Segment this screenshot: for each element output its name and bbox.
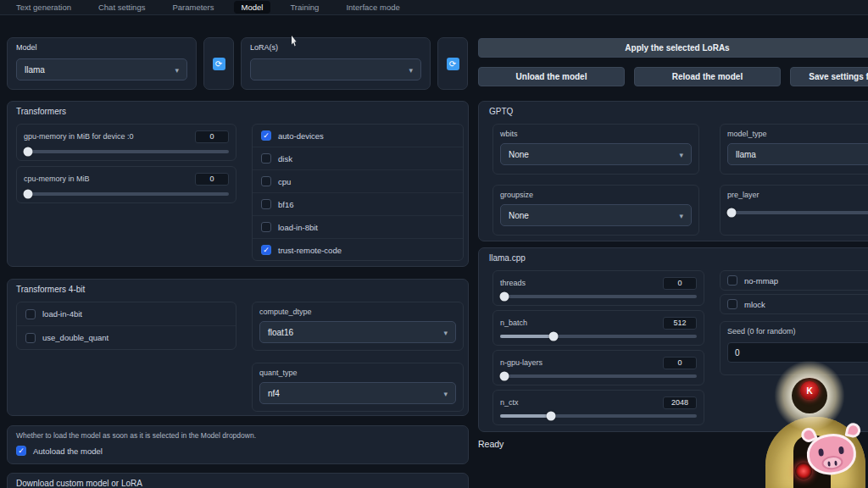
checkbox-row-auto-devices[interactable]: auto-devices [253, 125, 463, 147]
model-refresh-panel: ⟳ [203, 37, 234, 90]
trust-remote-code-checkbox[interactable] [261, 245, 271, 255]
tab-training[interactable]: Training [282, 1, 326, 14]
checkbox-row-load-in-8bit[interactable]: load-in-8bit [253, 216, 463, 239]
use-double-quant-checkbox[interactable] [25, 333, 36, 343]
lora-dropdown[interactable] [250, 58, 421, 80]
checkbox-row-bf16[interactable]: bf16 [253, 193, 463, 216]
chevron-down-icon [409, 65, 413, 75]
n-ctx-value[interactable]: 2048 [663, 396, 697, 409]
cpu-checkbox[interactable] [261, 176, 271, 186]
cpu-memory-label: cpu-memory in MiB [24, 175, 90, 183]
wbits-label: wbits [500, 130, 692, 138]
seed-input[interactable]: 0 [727, 342, 868, 363]
groupsize-dropdown[interactable]: None [500, 204, 692, 226]
transformers-title: Transformers [16, 107, 66, 116]
model-label: Model [16, 43, 37, 52]
download-title: Download custom model or LoRA [16, 479, 142, 488]
tab-parameters[interactable]: Parameters [164, 1, 221, 14]
compute-dtype-dropdown[interactable]: float16 [259, 321, 456, 343]
slider-thumb[interactable] [499, 292, 509, 302]
checkbox-row-load-in-4bit[interactable]: load-in-4bit [17, 302, 236, 326]
auto-devices-checkbox[interactable] [261, 130, 271, 141]
gptq-panel: GPTQ wbits None model_type llama groupsi… [478, 101, 868, 241]
no-mmap-checkbox[interactable] [727, 275, 737, 286]
transformers-4bit-flags-box: load-in-4bit use_double_quant [16, 302, 236, 350]
cpu-memory-slider[interactable] [24, 192, 229, 196]
slider-thumb[interactable] [547, 412, 556, 421]
checkbox-row-trust-remote-code[interactable]: trust-remote-code [253, 239, 463, 261]
refresh-model-icon[interactable]: ⟳ [213, 58, 225, 70]
bf16-checkbox[interactable] [261, 199, 271, 209]
gpu-memory-label: gpu-memory in MiB for device :0 [24, 132, 134, 141]
n-ctx-slider[interactable] [500, 414, 697, 418]
tab-bar: Text generation Chat settings Parameters… [0, 0, 868, 15]
slider-thumb[interactable] [23, 147, 32, 157]
gpu-memory-value[interactable]: 0 [195, 130, 229, 143]
n-gpu-layers-slider[interactable] [500, 374, 697, 378]
autoload-label: Autoload the model [33, 446, 103, 456]
refresh-lora-icon[interactable]: ⟳ [447, 58, 459, 70]
compute-dtype-label: compute_dtype [259, 308, 456, 316]
slider-thumb[interactable] [726, 208, 736, 218]
chevron-down-icon [679, 150, 683, 159]
chevron-down-icon [443, 328, 448, 337]
download-panel: Download custom model or LoRA [7, 473, 469, 488]
slider-thumb[interactable] [548, 332, 558, 341]
tab-interface-mode[interactable]: Interface mode [338, 1, 407, 14]
checkbox-row-disk[interactable]: disk [253, 147, 463, 170]
wbits-group: wbits None [492, 124, 699, 175]
tab-text-generation[interactable]: Text generation [8, 1, 79, 14]
slider-thumb[interactable] [499, 372, 509, 381]
autoload-panel: Whether to load the model as soon as it … [7, 425, 469, 464]
lora-label: LoRA(s) [250, 43, 278, 52]
threads-slider[interactable] [500, 295, 697, 298]
tab-model[interactable]: Model [234, 1, 271, 14]
save-settings-button[interactable]: Save settings for this model [790, 67, 868, 86]
gpu-memory-slider[interactable] [24, 150, 229, 153]
threads-value[interactable]: 0 [663, 277, 697, 290]
pre-layer-group: pre_layer [720, 185, 868, 236]
model-type-value: llama [736, 150, 756, 159]
disk-checkbox[interactable] [261, 153, 271, 164]
apply-loras-button[interactable]: Apply the selected LoRAs [478, 38, 868, 58]
mlock-checkbox[interactable] [727, 299, 737, 309]
gpu-memory-group: gpu-memory in MiB for device :0 0 [16, 124, 236, 161]
groupsize-label: groupsize [500, 191, 692, 199]
wbits-dropdown[interactable]: None [500, 143, 692, 165]
quant-type-dropdown[interactable]: nf4 [259, 382, 456, 404]
model-type-dropdown[interactable]: llama [727, 143, 868, 165]
checkbox-row-use-double-quant[interactable]: use_double_quant [17, 326, 236, 349]
n-batch-value[interactable]: 512 [663, 317, 697, 330]
auto-devices-label: auto-devices [278, 131, 324, 141]
threads-label: threads [500, 279, 526, 287]
reload-model-button[interactable]: Reload the model [634, 67, 781, 86]
n-batch-group: n_batch 512 [492, 310, 704, 346]
use-double-quant-label: use_double_quant [42, 333, 108, 342]
checkbox-row-no-mmap[interactable]: no-mmap [720, 270, 868, 291]
transformers-panel: Transformers gpu-memory in MiB for devic… [7, 101, 469, 267]
unload-model-button[interactable]: Unload the model [478, 67, 625, 86]
n-ctx-label: n_ctx [500, 398, 519, 407]
compute-dtype-group: compute_dtype float16 [252, 302, 464, 351]
cpu-memory-value[interactable]: 0 [195, 173, 229, 186]
n-batch-slider[interactable] [500, 335, 697, 338]
no-mmap-label: no-mmap [744, 276, 778, 286]
groupsize-value: None [509, 211, 529, 220]
slider-thumb[interactable] [23, 190, 32, 199]
load-in-8bit-label: load-in-8bit [278, 223, 318, 232]
load-in-8bit-checkbox[interactable] [261, 222, 271, 232]
wbits-value: None [509, 150, 529, 159]
tab-chat-settings[interactable]: Chat settings [91, 1, 153, 14]
n-gpu-layers-value[interactable]: 0 [663, 357, 697, 369]
checkbox-row-cpu[interactable]: cpu [253, 170, 463, 193]
checkbox-row-mlock[interactable]: mlock [720, 294, 868, 314]
threads-group: threads 0 [492, 270, 704, 306]
compute-dtype-value: float16 [268, 328, 293, 337]
checkbox-row-autoload[interactable]: Autoload the model [16, 446, 103, 456]
load-in-4bit-checkbox[interactable] [25, 309, 36, 319]
transformers-4bit-title: Transformers 4-bit [16, 285, 85, 294]
model-dropdown[interactable]: llama [16, 58, 187, 80]
status-text: Ready [478, 439, 504, 449]
pre-layer-slider[interactable] [727, 211, 868, 214]
autoload-checkbox[interactable] [16, 446, 26, 456]
